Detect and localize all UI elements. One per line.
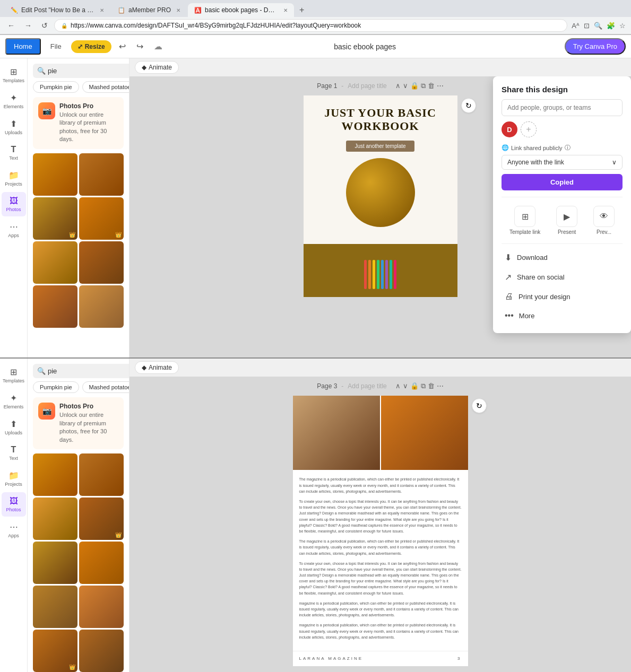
photo-item-6[interactable]	[79, 241, 124, 284]
home-button[interactable]: Home	[5, 38, 41, 55]
sidebar-item-projects[interactable]: 📁 Projects	[2, 166, 26, 191]
sidebar-item-apps[interactable]: ⋯ Apps	[2, 217, 26, 242]
magazine-para-3: The magazine is a periodical publication…	[299, 538, 462, 556]
photo-item-b2[interactable]	[79, 453, 124, 496]
photo-item-b1[interactable]	[33, 453, 77, 496]
screenshot-icon[interactable]: ⊡	[583, 21, 591, 31]
tab-edit-post[interactable]: ✏️ Edit Post "How to Be a Food Blo... ✕	[4, 3, 110, 17]
page-copy-icon[interactable]: ⧉	[421, 82, 426, 90]
photo-item-7[interactable]	[33, 285, 77, 328]
sidebar-item-projects-b[interactable]: 📁 Projects	[2, 466, 26, 491]
photos-pro-banner[interactable]: 📷 Photos Pro Unlock our entire library o…	[33, 97, 124, 149]
photo-item-b8[interactable]	[79, 586, 124, 628]
photo-item-3[interactable]: 👑	[33, 197, 77, 240]
more-action[interactable]: ••• More	[502, 307, 623, 325]
search-input[interactable]	[48, 67, 129, 75]
photo-item-4[interactable]: 👑	[79, 197, 124, 240]
sidebar-item-elements[interactable]: ✦ Elements	[2, 89, 26, 114]
share-people-input[interactable]	[502, 99, 623, 116]
url-bar[interactable]: 🔒 https://www.canva.com/design/DAFTSuI_w…	[54, 19, 567, 32]
sidebar-item-text[interactable]: T Text	[2, 141, 26, 165]
photos-pro-banner-bottom[interactable]: 📷 Photos Pro Unlock our entire library o…	[33, 397, 124, 449]
sidebar-item-templates-b[interactable]: ⊞ Templates	[2, 363, 26, 388]
tab-canva[interactable]: 🅰️ basic ebook pages - Document... ✕	[188, 3, 294, 17]
page-lock-icon[interactable]: 🔒	[410, 82, 419, 90]
photo-item-8[interactable]	[79, 285, 124, 328]
redo-button[interactable]: ↪	[133, 39, 146, 54]
sidebar-item-text-b[interactable]: T Text	[2, 441, 26, 465]
tab-bar: ✏️ Edit Post "How to Be a Food Blo... ✕ …	[0, 0, 631, 17]
page-trash-icon[interactable]: 🗑	[428, 82, 435, 90]
undo-button[interactable]: ↩	[116, 39, 129, 54]
sidebar-item-photos[interactable]: 🖼 Photos	[2, 192, 26, 216]
back-button[interactable]: ←	[4, 20, 18, 31]
print-action[interactable]: 🖨 Print your design	[502, 287, 623, 306]
sidebar-item-apps-b[interactable]: ⋯ Apps	[2, 518, 26, 543]
page-down-icon[interactable]: ∨	[403, 82, 408, 90]
sidebar-item-templates[interactable]: ⊞ Templates	[2, 63, 26, 88]
page-3-up-icon[interactable]: ∧	[395, 382, 401, 390]
tag-pumpkin-pie-b[interactable]: Pumpkin pie	[33, 381, 79, 393]
sidebar-item-elements-b[interactable]: ✦ Elements	[2, 389, 26, 414]
photo-item-b4[interactable]: 👑	[79, 498, 124, 540]
page-1-add-title[interactable]: Add page title	[348, 82, 386, 90]
photo-item-2[interactable]	[79, 153, 124, 196]
tag-mashed-potatoes[interactable]: Mashed potatoes	[82, 81, 129, 93]
page-3-trash-icon[interactable]: 🗑	[428, 382, 435, 390]
photo-item-b6[interactable]	[79, 542, 124, 584]
copied-button[interactable]: Copied	[502, 174, 623, 190]
sidebar-item-photos-b[interactable]: 🖼 Photos	[2, 492, 26, 517]
document-title: basic ebook pages	[334, 42, 396, 51]
tab-close-1[interactable]: ✕	[100, 7, 104, 13]
page-3-down-icon[interactable]: ∨	[403, 382, 408, 390]
photo-item-1[interactable]	[33, 153, 77, 196]
tag-pumpkin-pie[interactable]: Pumpkin pie	[33, 81, 79, 93]
page-3-add-title[interactable]: Add page title	[348, 382, 386, 390]
forward-button[interactable]: →	[21, 20, 35, 31]
find-icon[interactable]: 🔍	[593, 21, 603, 31]
tab-close-2[interactable]: ✕	[176, 7, 180, 13]
photo-item-b7[interactable]	[33, 586, 77, 628]
photos-icon: 🖼	[10, 196, 18, 206]
page-1-separator: -	[341, 82, 343, 90]
photo-item-b3[interactable]	[33, 498, 77, 540]
link-dropdown[interactable]: Anyone with the link ∨	[502, 155, 623, 170]
page-more-icon[interactable]: ⋯	[437, 82, 444, 90]
add-people-button[interactable]: +	[521, 121, 537, 137]
animate-button-bottom[interactable]: ◆ Animate	[135, 361, 179, 374]
photo-item-b5[interactable]	[33, 542, 77, 584]
page-3-more-icon[interactable]: ⋯	[437, 382, 444, 390]
reader-icon[interactable]: Aᴬ	[571, 21, 581, 31]
photo-item-5[interactable]	[33, 241, 77, 284]
photo-item-b10[interactable]	[79, 630, 124, 672]
info-icon[interactable]: ⓘ	[565, 144, 571, 152]
preview-option[interactable]: 👁 Prev...	[589, 204, 619, 237]
tab-close-3[interactable]: ✕	[283, 7, 288, 13]
reload-button[interactable]: ↺	[38, 20, 51, 31]
present-option[interactable]: ▶ Present	[552, 204, 582, 237]
new-tab-button[interactable]: +	[295, 3, 308, 17]
search-input-bottom[interactable]	[48, 367, 129, 375]
download-action[interactable]: ⬇ Download	[502, 248, 623, 267]
share-social-action[interactable]: ↗ Share on social	[502, 268, 623, 286]
refresh-button-top[interactable]: ↻	[461, 98, 476, 113]
template-link-option[interactable]: ⊞ Template link	[505, 204, 544, 237]
search-bar-bottom: 🔍 ✕ ⚙	[28, 359, 129, 381]
search-input-wrap: 🔍 ✕	[33, 64, 129, 78]
try-canva-pro-button[interactable]: Try Canva Pro	[565, 38, 626, 55]
favorites-icon[interactable]: ☆	[618, 21, 627, 31]
photo-item-b9[interactable]: 👑	[33, 630, 77, 672]
page-up-icon[interactable]: ∧	[395, 82, 401, 90]
page-3-copy-icon[interactable]: ⧉	[421, 382, 426, 390]
animate-button-top[interactable]: ◆ Animate	[135, 61, 179, 74]
tag-mashed-potatoes-b[interactable]: Mashed potatoes	[82, 381, 129, 393]
templates-label: Templates	[3, 78, 24, 83]
page-3-lock-icon[interactable]: 🔒	[410, 382, 419, 390]
tab-amember[interactable]: 📋 aMember PRO ✕	[111, 3, 187, 17]
extensions-icon[interactable]: 🧩	[606, 21, 616, 31]
resize-button[interactable]: ⤢ Resize	[71, 40, 111, 53]
sidebar-item-uploads-b[interactable]: ⬆ Uploads	[2, 415, 26, 440]
refresh-button-bottom[interactable]: ↻	[472, 398, 487, 413]
file-menu[interactable]: File	[45, 39, 67, 54]
sidebar-item-uploads[interactable]: ⬆ Uploads	[2, 115, 26, 139]
